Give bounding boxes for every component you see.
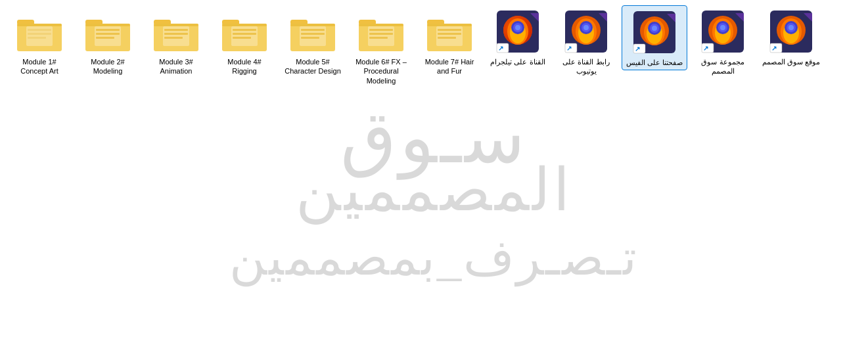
svg-point-74 xyxy=(652,26,657,31)
folder-module7[interactable]: Module 7# Hairand Fur xyxy=(417,5,482,79)
svg-point-56 xyxy=(515,25,520,30)
svg-rect-30 xyxy=(290,24,335,26)
svg-rect-12 xyxy=(96,33,120,35)
shortcut-label: رابط القناة على يوتيوب xyxy=(556,57,616,76)
svg-rect-47 xyxy=(438,33,461,35)
watermark-line3: تـصـرف_بمصممين xyxy=(229,233,639,282)
svg-rect-39 xyxy=(369,29,393,31)
watermark: سـوق المصممين تـصـرف_بمصممين xyxy=(0,102,868,282)
folder-icon xyxy=(16,8,63,55)
folder-module5[interactable]: Module 5#Character Design xyxy=(280,5,346,79)
svg-point-83 xyxy=(720,25,725,30)
svg-rect-27 xyxy=(233,37,251,39)
shortcut-icon-youtube: ↗ xyxy=(562,8,610,55)
svg-rect-44 xyxy=(427,24,472,26)
folder-icon xyxy=(426,8,473,55)
icons-row: Module 1#Concept Art Module 2#Modeling xyxy=(0,0,868,93)
folder-module1[interactable]: Module 1#Concept Art xyxy=(7,5,72,79)
shortcut-market-site[interactable]: ↗ موقع سوق المصمم xyxy=(758,5,824,69)
svg-rect-23 xyxy=(222,24,267,26)
folder-module3[interactable]: Module 3#Animation xyxy=(143,5,209,79)
svg-text:↗: ↗ xyxy=(703,45,708,52)
desktop: Module 1#Concept Art Module 2#Modeling xyxy=(0,0,868,360)
svg-rect-26 xyxy=(233,33,256,35)
svg-rect-11 xyxy=(96,29,120,31)
folder-icon xyxy=(84,8,131,55)
shortcut-icon-market-group: ↗ xyxy=(699,8,746,55)
svg-rect-32 xyxy=(301,29,325,31)
svg-text:↗: ↗ xyxy=(566,45,572,52)
svg-rect-37 xyxy=(359,24,403,26)
svg-rect-9 xyxy=(85,24,130,26)
shortcut-icon-telegram: ↗ xyxy=(494,8,541,55)
svg-rect-13 xyxy=(96,37,114,39)
watermark-line1: سـوق xyxy=(340,102,528,174)
shortcut-telegram[interactable]: ↗ القناة على تيلجرام xyxy=(485,5,551,69)
svg-rect-20 xyxy=(164,37,183,39)
folder-module2[interactable]: Module 2#Modeling xyxy=(75,5,141,79)
folder-module6[interactable]: Module 6# FX –ProceduralModeling xyxy=(348,5,414,88)
svg-rect-33 xyxy=(301,33,325,35)
watermark-line2: المصممين xyxy=(296,161,573,220)
svg-rect-19 xyxy=(164,33,188,35)
shortcut-label: مجموعة سوق المصمم xyxy=(693,57,753,76)
shortcut-icon-market-site: ↗ xyxy=(767,8,815,55)
svg-rect-40 xyxy=(369,33,393,35)
folder-icon xyxy=(152,8,200,55)
svg-rect-34 xyxy=(301,37,319,39)
svg-rect-25 xyxy=(233,29,256,31)
folder-label: Module 1#Concept Art xyxy=(20,57,58,76)
folder-label: Module 4#Rigging xyxy=(227,57,261,76)
folder-icon xyxy=(357,8,405,55)
svg-rect-16 xyxy=(154,24,198,26)
folder-label: Module 2#Modeling xyxy=(91,57,124,76)
folder-module4[interactable]: Module 4#Rigging xyxy=(212,5,277,79)
shortcut-facebook[interactable]: ↗ صفحتنا على الفيس xyxy=(622,5,687,70)
shortcut-market-group[interactable]: ↗ مجموعة سوق المصمم xyxy=(690,5,756,79)
svg-rect-18 xyxy=(164,29,188,31)
shortcut-label: صفحتنا على الفيس xyxy=(626,58,683,67)
svg-rect-2 xyxy=(17,24,62,26)
svg-text:↗: ↗ xyxy=(771,45,777,52)
shortcut-label: القناة على تيلجرام xyxy=(490,57,545,66)
svg-rect-41 xyxy=(369,37,388,39)
svg-point-92 xyxy=(788,25,794,30)
svg-rect-46 xyxy=(438,29,461,31)
folder-label: Module 6# FX –ProceduralModeling xyxy=(355,57,407,85)
svg-rect-48 xyxy=(438,37,456,39)
shortcut-youtube[interactable]: ↗ رابط القناة على يوتيوب xyxy=(553,5,619,79)
svg-point-65 xyxy=(583,25,589,30)
folder-icon xyxy=(221,8,268,55)
svg-text:↗: ↗ xyxy=(498,45,503,52)
svg-text:↗: ↗ xyxy=(635,45,640,53)
folder-label: Module 3#Animation xyxy=(159,57,193,76)
folder-label: Module 7# Hairand Fur xyxy=(425,57,474,76)
shortcut-label: موقع سوق المصمم xyxy=(762,57,820,66)
folder-icon xyxy=(289,8,336,55)
folder-label: Module 5#Character Design xyxy=(285,57,341,76)
shortcut-icon-facebook: ↗ xyxy=(631,9,678,56)
svg-rect-6 xyxy=(26,26,53,46)
